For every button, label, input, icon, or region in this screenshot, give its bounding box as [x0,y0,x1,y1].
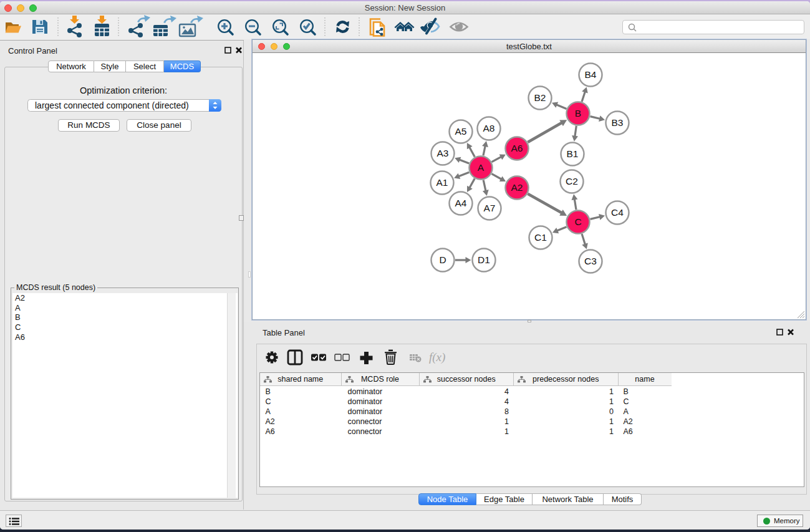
svg-text:C: C [574,216,581,227]
svg-text:A7: A7 [484,203,496,213]
svg-text:A4: A4 [455,198,467,208]
svg-text:B1: B1 [567,148,579,159]
svg-text:A6: A6 [511,143,523,153]
svg-text:D: D [439,254,446,265]
svg-text:B2: B2 [534,92,546,103]
svg-text:A3: A3 [437,148,449,158]
svg-text:C4: C4 [611,207,624,218]
svg-text:D1: D1 [478,254,490,265]
svg-text:A5: A5 [455,126,467,137]
svg-text:C1: C1 [534,232,547,243]
svg-text:C2: C2 [566,176,578,186]
svg-text:A2: A2 [511,182,523,193]
svg-text:A: A [478,162,485,173]
svg-text:B4: B4 [585,69,597,80]
svg-text:B: B [575,108,581,118]
svg-text:B3: B3 [612,117,624,128]
svg-text:f(x): f(x) [429,351,445,364]
svg-text:A8: A8 [483,123,495,133]
svg-text:A1: A1 [436,177,448,188]
svg-text:C3: C3 [584,256,597,266]
